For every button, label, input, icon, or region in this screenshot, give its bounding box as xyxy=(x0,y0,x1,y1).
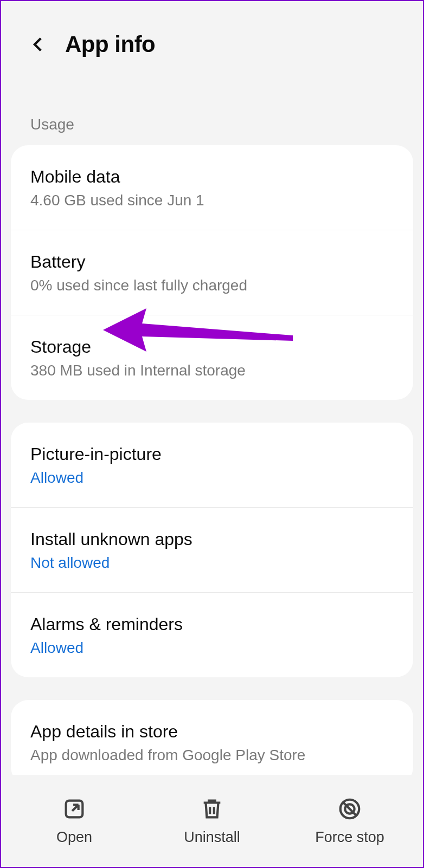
row-storage[interactable]: Storage 380 MB used in Internal storage xyxy=(11,315,413,400)
row-subtitle: 0% used since last fully charged xyxy=(30,277,401,294)
row-status: Allowed xyxy=(30,639,401,657)
row-status: Allowed xyxy=(30,469,401,487)
bottom-bar: Open Uninstall Force stop xyxy=(1,775,423,867)
row-app-details-in-store[interactable]: App details in store App downloaded from… xyxy=(11,700,413,785)
uninstall-button[interactable]: Uninstall xyxy=(143,796,281,846)
uninstall-label: Uninstall xyxy=(184,829,240,846)
page-title: App info xyxy=(65,31,155,57)
row-subtitle: 4.60 GB used since Jun 1 xyxy=(30,192,401,209)
row-subtitle: App downloaded from Google Play Store xyxy=(30,747,401,764)
open-icon xyxy=(62,796,87,824)
open-button[interactable]: Open xyxy=(5,796,143,846)
row-title: Storage xyxy=(30,336,401,358)
store-card: App details in store App downloaded from… xyxy=(11,700,413,785)
row-title: Alarms & reminders xyxy=(30,613,401,635)
row-install-unknown-apps[interactable]: Install unknown apps Not allowed xyxy=(11,507,413,592)
stop-icon xyxy=(337,796,362,824)
trash-icon xyxy=(200,796,224,824)
row-title: Mobile data xyxy=(30,166,401,187)
row-title: Battery xyxy=(30,251,401,273)
row-mobile-data[interactable]: Mobile data 4.60 GB used since Jun 1 xyxy=(11,145,413,230)
row-subtitle: 380 MB used in Internal storage xyxy=(30,362,401,379)
row-battery[interactable]: Battery 0% used since last fully charged xyxy=(11,230,413,315)
back-icon[interactable] xyxy=(29,35,48,54)
row-alarms-reminders[interactable]: Alarms & reminders Allowed xyxy=(11,592,413,677)
row-title: App details in store xyxy=(30,721,401,742)
row-picture-in-picture[interactable]: Picture-in-picture Allowed xyxy=(11,423,413,507)
header: App info xyxy=(1,1,423,85)
force-stop-label: Force stop xyxy=(315,829,384,846)
force-stop-button[interactable]: Force stop xyxy=(281,796,419,846)
row-title: Picture-in-picture xyxy=(30,443,401,465)
row-title: Install unknown apps xyxy=(30,528,401,550)
section-label-usage: Usage xyxy=(1,85,423,145)
row-status: Not allowed xyxy=(30,554,401,572)
permissions-card: Picture-in-picture Allowed Install unkno… xyxy=(11,423,413,677)
open-label: Open xyxy=(56,829,92,846)
usage-card: Mobile data 4.60 GB used since Jun 1 Bat… xyxy=(11,145,413,400)
